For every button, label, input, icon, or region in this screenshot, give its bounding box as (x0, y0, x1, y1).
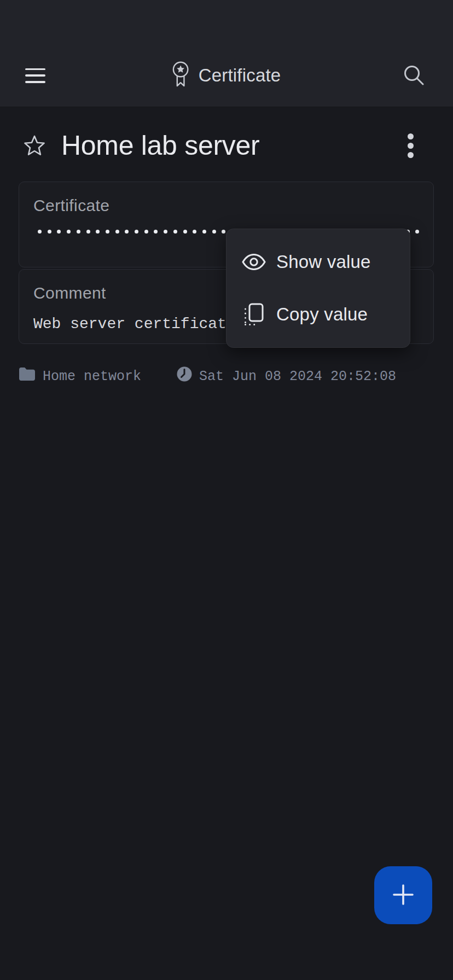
app-bar-title: Certificate (199, 65, 281, 86)
plus-icon (392, 884, 414, 907)
menu-item-show-value[interactable]: Show value (226, 236, 410, 288)
hamburger-icon (25, 68, 45, 71)
entry-title: Home lab server (61, 130, 259, 161)
entry-more-button[interactable] (408, 133, 414, 158)
clock-icon (176, 366, 193, 387)
copy-icon (241, 302, 266, 326)
search-icon (403, 80, 425, 88)
menu-item-label: Copy value (276, 304, 368, 325)
search-button[interactable] (403, 65, 425, 86)
app-screen: Certificate Home lab server (0, 0, 453, 980)
award-icon (172, 61, 189, 90)
star-outline-icon (23, 150, 46, 159)
entry-meta-row: Home network Sat Jun 08 2024 20:52:08 (18, 367, 453, 386)
menu-item-label: Show value (276, 252, 371, 272)
app-bar: Certificate (0, 0, 453, 107)
eye-icon (241, 253, 266, 271)
kebab-menu-icon (408, 133, 414, 139)
add-entry-fab[interactable] (374, 866, 432, 924)
timestamp-chip: Sat Jun 08 2024 20:52:08 (176, 366, 396, 387)
app-bar-title-group: Certificate (172, 61, 281, 90)
group-chip: Home network (18, 366, 141, 386)
favorite-button[interactable] (23, 134, 46, 157)
certificate-field-label: Certificate (33, 195, 419, 216)
timestamp-text: Sat Jun 08 2024 20:52:08 (199, 369, 396, 384)
hamburger-menu-button[interactable] (25, 68, 45, 83)
menu-item-copy-value[interactable]: Copy value (226, 288, 410, 341)
folder-icon (18, 366, 36, 386)
entry-header: Home lab server (0, 120, 453, 171)
value-context-menu: Show value Copy value (226, 229, 410, 348)
group-name: Home network (43, 369, 141, 384)
